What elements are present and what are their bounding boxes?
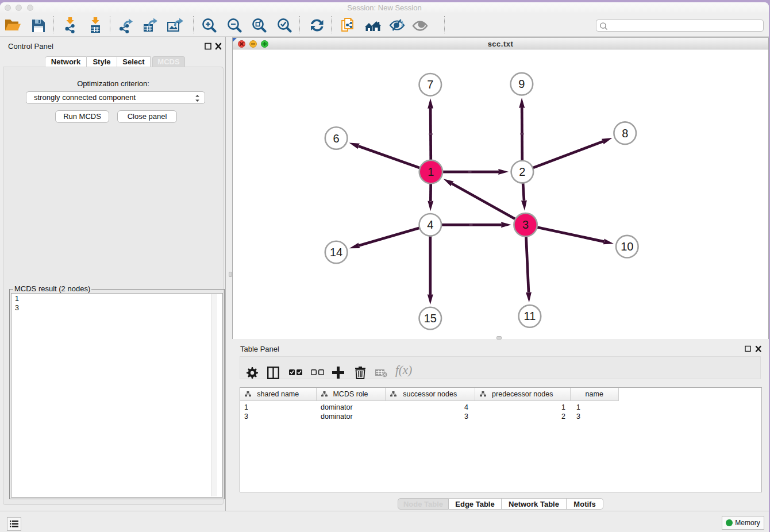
svg-text:11: 11 [524,310,536,322]
svg-text:7: 7 [427,78,433,91]
svg-text:2: 2 [519,165,525,178]
svg-text:14: 14 [330,246,342,259]
svg-text:4: 4 [427,218,433,231]
svg-text:15: 15 [424,312,437,325]
svg-text:10: 10 [621,240,633,253]
svg-text:1: 1 [428,165,434,178]
svg-text:6: 6 [333,132,340,145]
svg-text:3: 3 [522,218,529,231]
svg-text:8: 8 [622,127,628,140]
svg-text:9: 9 [518,78,525,90]
